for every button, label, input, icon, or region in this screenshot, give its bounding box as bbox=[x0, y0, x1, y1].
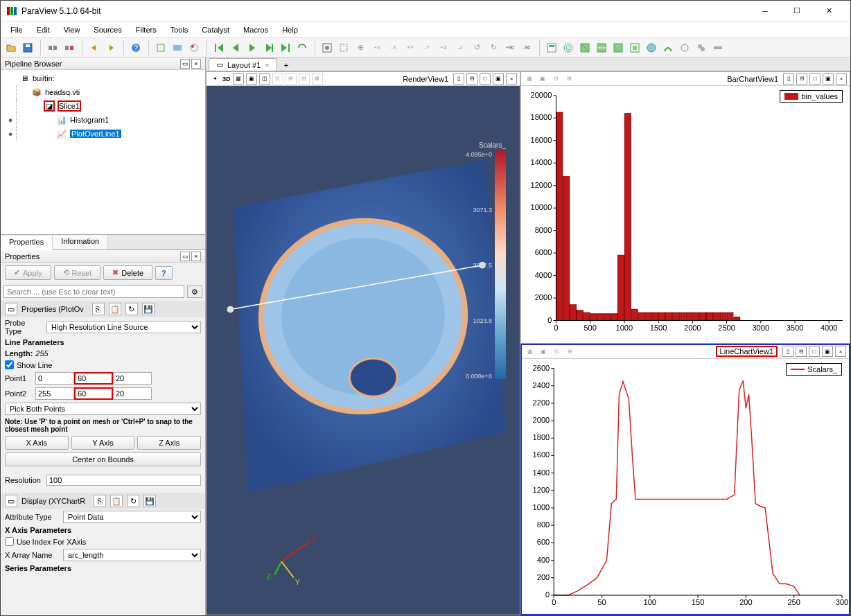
restore-view-icon[interactable]: ▣ bbox=[493, 73, 504, 85]
vcr-first-icon[interactable] bbox=[211, 40, 227, 55]
close-button[interactable]: ✕ bbox=[813, 1, 845, 21]
tree-item-builtin[interactable]: 🖥builtin: bbox=[1, 71, 205, 85]
bar-split-v-icon[interactable]: ⊟ bbox=[796, 73, 807, 85]
point2-z[interactable] bbox=[113, 387, 152, 400]
search-input[interactable] bbox=[3, 285, 184, 298]
layout-tab-1[interactable]: ▭Layout #1× bbox=[209, 58, 277, 71]
line-t4-icon[interactable]: ⊞ bbox=[564, 346, 575, 357]
vcr-prev-icon[interactable] bbox=[228, 40, 243, 55]
cam-nx-icon[interactable]: -X bbox=[386, 40, 401, 55]
bar-t1-icon[interactable]: ▦ bbox=[524, 73, 535, 85]
minimize-button[interactable]: ─ bbox=[749, 1, 781, 21]
undo-icon[interactable] bbox=[87, 40, 102, 55]
view-mode-3d[interactable]: 3D bbox=[222, 76, 231, 82]
menu-catalyst[interactable]: Catalyst bbox=[195, 24, 236, 36]
z-axis-button[interactable]: Z Axis bbox=[137, 436, 201, 450]
menu-filters[interactable]: Filters bbox=[129, 24, 164, 36]
center-on-bounds-button[interactable]: Center on Bounds bbox=[5, 452, 201, 466]
point2-y[interactable] bbox=[74, 387, 113, 400]
line-t1-icon[interactable]: ▦ bbox=[525, 346, 536, 357]
save-icon[interactable] bbox=[20, 40, 35, 55]
filter-calc-icon[interactable] bbox=[544, 40, 559, 55]
cam-px-icon[interactable]: +X bbox=[369, 40, 385, 55]
paste-icon[interactable]: 📋 bbox=[109, 303, 121, 315]
menu-file[interactable]: File bbox=[3, 24, 30, 36]
x-axis-button[interactable]: X Axis bbox=[5, 436, 69, 450]
bar-close-icon[interactable]: × bbox=[836, 73, 847, 85]
vt4-icon[interactable]: ⊡ bbox=[272, 73, 283, 85]
xarray-select[interactable]: arc_length bbox=[63, 549, 201, 561]
show-line-checkbox[interactable] bbox=[5, 360, 14, 369]
tree-item-histogram1[interactable]: ●📊Histogram1 bbox=[1, 113, 205, 127]
rot90p-icon[interactable]: -90 bbox=[519, 40, 534, 55]
line-close-icon[interactable]: × bbox=[835, 346, 846, 357]
pick-both-select[interactable]: Pick Both Points bbox=[5, 403, 201, 415]
render-view[interactable]: X Y Z Scalars_ 4.095e+0 3071.3 2047.5 10… bbox=[207, 86, 520, 615]
vcr-loop-icon[interactable] bbox=[295, 40, 310, 55]
bar-chart-view[interactable]: 0200040006000800010000120001400016000180… bbox=[521, 86, 850, 343]
panel-close-button[interactable]: × bbox=[191, 59, 201, 69]
tree-item-plotoverline1[interactable]: ●📈PlotOverLine1 bbox=[1, 127, 205, 141]
vt1-icon[interactable]: ▦ bbox=[233, 73, 244, 85]
apply-button[interactable]: ✔Apply bbox=[5, 265, 51, 280]
vt7-icon[interactable]: ⊠ bbox=[312, 73, 323, 85]
bar-t4-icon[interactable]: ⊞ bbox=[563, 73, 574, 85]
vt2-icon[interactable]: ▣ bbox=[246, 73, 257, 85]
bar-max-icon[interactable]: □ bbox=[809, 73, 821, 85]
vt3-icon[interactable]: ◫ bbox=[259, 73, 270, 85]
props-float-button[interactable]: ▭ bbox=[180, 252, 190, 261]
reload-icon[interactable]: ↻ bbox=[125, 303, 138, 315]
vcr-next-icon[interactable] bbox=[261, 40, 277, 55]
cam-ny-icon[interactable]: -Y bbox=[419, 40, 435, 55]
vcr-last-icon[interactable] bbox=[278, 40, 293, 55]
cam-nz-icon[interactable]: -Z bbox=[453, 40, 468, 55]
filter-threshold-icon[interactable] bbox=[611, 40, 626, 55]
camera-zoom-icon[interactable] bbox=[336, 40, 351, 55]
rot90n-icon[interactable]: +90 bbox=[502, 40, 518, 55]
panel-float-button[interactable]: ▭ bbox=[180, 59, 190, 69]
picker-icon[interactable]: ✦ bbox=[209, 73, 220, 85]
line-chart-view[interactable]: 0200400600800100012001400160018002000220… bbox=[522, 359, 849, 615]
line-split-v-icon[interactable]: ⊟ bbox=[796, 346, 807, 357]
point2-x[interactable] bbox=[35, 387, 74, 400]
menu-view[interactable]: View bbox=[57, 24, 87, 36]
line-restore-icon[interactable]: ▣ bbox=[822, 346, 833, 357]
vt5-icon[interactable]: ⊞ bbox=[286, 73, 297, 85]
y-axis-button[interactable]: Y Axis bbox=[71, 436, 135, 450]
close-view-icon[interactable]: × bbox=[506, 73, 517, 85]
menu-edit[interactable]: Edit bbox=[30, 24, 57, 36]
maximize-button[interactable]: ☐ bbox=[781, 1, 813, 21]
redo-icon[interactable] bbox=[103, 40, 119, 55]
copy-icon[interactable]: ⎘ bbox=[92, 303, 105, 315]
line-t3-icon[interactable]: ⊡ bbox=[551, 346, 562, 357]
filter-stream-icon[interactable] bbox=[660, 40, 676, 55]
close-layout-icon[interactable]: × bbox=[265, 61, 269, 69]
bar-split-h-icon[interactable]: ▯ bbox=[783, 73, 794, 85]
point1-y[interactable] bbox=[74, 372, 113, 385]
line-split-h-icon[interactable]: ▯ bbox=[782, 346, 793, 357]
copy2-icon[interactable]: ⎘ bbox=[94, 495, 106, 507]
save2-icon[interactable]: 💾 bbox=[143, 495, 156, 507]
filter-contour-icon[interactable] bbox=[561, 40, 576, 55]
menu-tools[interactable]: Tools bbox=[164, 24, 195, 36]
open-icon[interactable] bbox=[3, 40, 19, 55]
tree-item-headsqvti[interactable]: 📦headsq.vti bbox=[1, 85, 205, 99]
menu-help[interactable]: Help bbox=[275, 24, 305, 36]
filter-slice-icon[interactable] bbox=[594, 40, 609, 55]
menu-sources[interactable]: Sources bbox=[87, 24, 128, 36]
cam-1-icon[interactable]: ⊕ bbox=[353, 40, 368, 55]
split-h-icon[interactable]: ▯ bbox=[453, 73, 464, 85]
filter-group-icon[interactable] bbox=[694, 40, 709, 55]
filter-clip-icon[interactable] bbox=[577, 40, 593, 55]
use-index-checkbox[interactable] bbox=[5, 537, 14, 546]
menu-macros[interactable]: Macros bbox=[236, 24, 275, 36]
tree-item-slice1[interactable]: ◪Slice1 bbox=[1, 99, 205, 113]
paste2-icon[interactable]: 📋 bbox=[110, 495, 123, 507]
vcr-play-icon[interactable] bbox=[245, 40, 260, 55]
filter-warp-icon[interactable] bbox=[677, 40, 692, 55]
props-help-button[interactable]: ? bbox=[155, 266, 173, 280]
bar-t2-icon[interactable]: ▣ bbox=[537, 73, 548, 85]
section2-collapse-icon[interactable]: ▭ bbox=[5, 495, 17, 507]
props-close-button[interactable]: × bbox=[191, 252, 201, 261]
cam-pz-icon[interactable]: +Z bbox=[436, 40, 451, 55]
